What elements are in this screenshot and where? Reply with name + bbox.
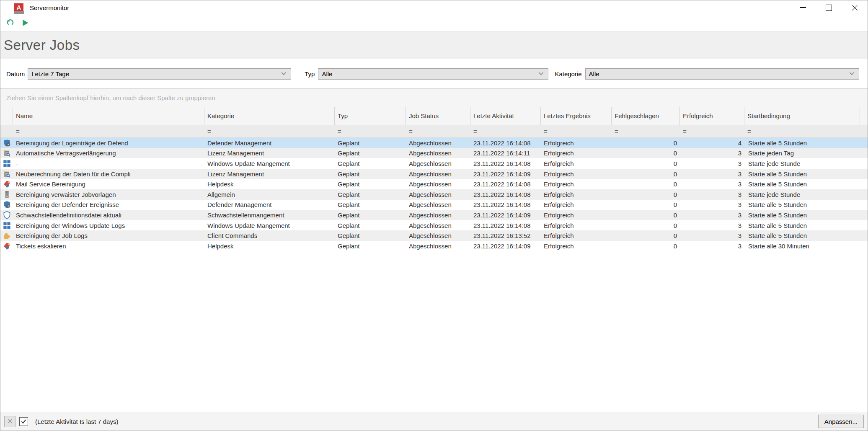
cell-erfolgreich: 3 <box>680 241 744 251</box>
cell-kategorie: Lizenz Management <box>204 169 335 179</box>
cell-name: - <box>13 158 204 169</box>
header-cell-erfolgreich[interactable]: Erfolgreich <box>680 107 744 125</box>
close-button[interactable] <box>842 0 868 15</box>
filter-equals-icon: = <box>207 128 211 134</box>
filter-cell-job_status[interactable]: = <box>406 125 470 137</box>
cell-job-status: Abgeschlossen <box>406 148 470 159</box>
cell-name: Bereinigung der Windows Update Logs <box>13 220 204 231</box>
cell-name: Bereinigung verwaister Jobvorlagen <box>13 189 204 200</box>
datum-filter-dropdown[interactable]: Letzte 7 Tage <box>28 68 291 80</box>
header-cell-startbedingung[interactable]: Startbedingung <box>744 107 860 125</box>
cell-fehlgeschlagen: 0 <box>612 210 680 220</box>
cell-erfolgreich: 3 <box>680 210 744 220</box>
filter-cell-name[interactable]: = <box>13 125 204 137</box>
header-cell-letztes_ergebnis[interactable]: Letztes Ergebnis <box>541 107 612 125</box>
header-cell-fehlgeschlagen[interactable]: Fehlgeschlagen <box>612 107 680 125</box>
app-icon-letter: A <box>14 3 23 11</box>
windows-logo-icon <box>3 160 11 168</box>
cell-letzte-aktivitaet: 23.11.2022 16:13:52 <box>470 230 541 241</box>
cell-letzte-aktivitaet: 23.11.2022 16:14:08 <box>470 138 541 148</box>
table-row[interactable]: Bereinigung der Job LogsClient CommandsG… <box>0 230 868 241</box>
cell-kategorie: Helpdesk <box>204 241 335 251</box>
cell-kategorie: Defender Management <box>204 200 335 210</box>
table-row[interactable]: Neuberechnung der Daten für die CompliLi… <box>0 169 868 179</box>
cell-typ: Geplant <box>335 189 406 200</box>
vulnerability-shield-outline-icon <box>3 211 11 219</box>
close-icon <box>851 4 858 11</box>
puzzle-piece-icon <box>3 232 11 240</box>
cell-letzte-aktivitaet: 23.11.2022 16:14:08 <box>470 189 541 200</box>
cell-letzte-aktivitaet: 23.11.2022 16:14:08 <box>470 179 541 189</box>
filter-equals-icon: = <box>338 128 341 134</box>
customize-button[interactable]: Anpassen... <box>818 415 864 428</box>
filter-equals-icon: = <box>409 128 413 134</box>
cell-erfolgreich: 3 <box>680 148 744 159</box>
group-by-hint[interactable]: Ziehen Sie einen Spaltenkopf hierhin, um… <box>0 89 868 107</box>
kategorie-filter-dropdown[interactable]: Alle <box>585 68 859 80</box>
header-cell-job_status[interactable]: Job Status <box>406 107 470 125</box>
filter-enabled-checkbox[interactable] <box>19 417 28 426</box>
cell-filler <box>860 179 868 189</box>
cell-letzte-aktivitaet: 23.11.2022 16:14:11 <box>470 148 541 159</box>
cell-letztes-ergebnis: Erfolgreich <box>541 189 612 200</box>
cell-kategorie: Schwachstellenmangement <box>204 210 335 220</box>
filter-cell-typ[interactable]: = <box>335 125 406 137</box>
maximize-button[interactable] <box>816 0 842 15</box>
filter-cell-kategorie[interactable]: = <box>204 125 335 137</box>
cell-typ: Geplant <box>335 230 406 241</box>
table-row[interactable]: -Windows Update MangementGeplantAbgeschl… <box>0 158 868 169</box>
table-row[interactable]: Mail Service BereinigungHelpdeskGeplantA… <box>0 179 868 189</box>
job-type-icon-cell <box>0 148 13 159</box>
typ-filter-dropdown[interactable]: Alle <box>318 68 548 80</box>
cell-typ: Geplant <box>335 158 406 169</box>
app-window: A Servermonitor Server Jobs Datum <box>0 0 868 431</box>
window-controls <box>790 0 868 15</box>
filter-cell-erfolgreich[interactable]: = <box>680 125 744 137</box>
chevron-down-icon <box>538 72 544 75</box>
clear-filter-button[interactable] <box>4 416 16 427</box>
cell-letzte-aktivitaet: 23.11.2022 16:14:08 <box>470 158 541 169</box>
cell-name: Bereinigung der Job Logs <box>13 230 204 241</box>
cell-fehlgeschlagen: 0 <box>612 169 680 179</box>
table-row[interactable]: Bereinigung der Logeinträge der DefendDe… <box>0 138 868 148</box>
filter-equals-icon: = <box>16 128 20 134</box>
cell-fehlgeschlagen: 0 <box>612 189 680 200</box>
typ-filter-value: Alle <box>322 70 538 77</box>
table-row[interactable]: Bereinigung verwaister JobvorlagenAllgem… <box>0 189 868 200</box>
chevron-down-icon <box>849 72 855 75</box>
header-cell-kategorie[interactable]: Kategorie <box>204 107 335 125</box>
minimize-button[interactable] <box>790 0 816 15</box>
cell-typ: Geplant <box>335 200 406 210</box>
refresh-button[interactable] <box>4 17 16 29</box>
cell-filler <box>860 169 868 179</box>
filter-equals-icon: = <box>473 128 477 134</box>
cell-erfolgreich: 3 <box>680 158 744 169</box>
header-cell-letzte_aktivitaet[interactable]: Letzte Aktivität <box>470 107 541 125</box>
table-row[interactable]: Schwachstellendefinitionsdatei aktualiSc… <box>0 210 868 220</box>
filter-cell-letztes_ergebnis[interactable]: = <box>541 125 612 137</box>
server-tower-icon <box>3 191 11 199</box>
filter-cell-letzte_aktivitaet[interactable]: = <box>470 125 541 137</box>
filter-cell-startbedingung[interactable]: = <box>744 125 860 137</box>
header-cell-name[interactable]: Name <box>13 107 204 125</box>
cell-kategorie: Windows Update Mangement <box>204 220 335 231</box>
cell-fehlgeschlagen: 0 <box>612 179 680 189</box>
cell-startbedingung: Starte jeden Tag <box>744 148 860 159</box>
table-row[interactable]: Automatische VertragsverlängerungLizenz … <box>0 148 868 159</box>
cell-name: Neuberechnung der Daten für die Compli <box>13 169 204 179</box>
cell-filler <box>860 148 868 159</box>
header-cell-filler <box>860 107 868 125</box>
maximize-icon <box>826 5 832 11</box>
filter-cell-fehlgeschlagen[interactable]: = <box>612 125 680 137</box>
cell-letztes-ergebnis: Erfolgreich <box>541 158 612 169</box>
grid-header-row: NameKategorieTypJob StatusLetzte Aktivit… <box>0 107 868 125</box>
run-button[interactable] <box>19 17 31 29</box>
cell-letztes-ergebnis: Erfolgreich <box>541 200 612 210</box>
cell-name: Tickets eskalieren <box>13 241 204 251</box>
checkmark-icon <box>21 419 26 424</box>
header-cell-typ[interactable]: Typ <box>335 107 406 125</box>
cell-letztes-ergebnis: Erfolgreich <box>541 220 612 231</box>
table-row[interactable]: Tickets eskalierenHelpdeskGeplantAbgesch… <box>0 241 868 251</box>
table-row[interactable]: Bereinigung der Defender EreignisseDefen… <box>0 200 868 210</box>
table-row[interactable]: Bereinigung der Windows Update LogsWindo… <box>0 220 868 231</box>
